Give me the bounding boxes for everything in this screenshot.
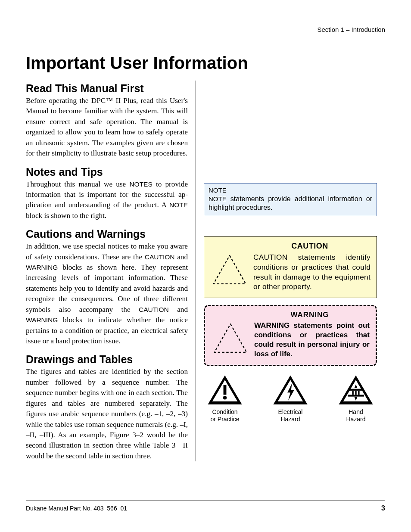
heading-cautions-warnings: Cautions and Warnings xyxy=(26,228,188,240)
footer-part-number: Dukane Manual Part No. 403–566–01 xyxy=(26,505,127,512)
svg-point-5 xyxy=(223,396,227,400)
note-body-sc: NOTE xyxy=(209,195,227,202)
electrical-hazard-icon xyxy=(272,374,309,407)
two-column-layout: Read This Manual First Before operating … xyxy=(26,81,385,461)
page-title: Important User Information xyxy=(26,53,385,73)
caution-callout-box: CAUTION CAUTION statements identify cond… xyxy=(204,236,377,298)
paragraph-cautions-warnings: In addition, we use special notices to m… xyxy=(26,241,188,346)
hazard-symbols-row: Conditionor Practice ElectricalHazard xyxy=(204,374,377,423)
condition-practice-icon xyxy=(206,374,243,407)
page-footer: Dukane Manual Part No. 403–566–01 3 xyxy=(26,501,385,512)
symbol-hand-label: HandHazard xyxy=(346,408,365,423)
svg-rect-13 xyxy=(352,391,353,395)
svg-marker-0 xyxy=(214,255,246,284)
caution-triangle-icon xyxy=(210,252,249,287)
document-page: Section 1 – Introduction Important User … xyxy=(0,0,411,532)
left-column: Read This Manual First Before operating … xyxy=(26,81,196,461)
paragraph-drawings-tables: The figures and tables are identified by… xyxy=(26,367,188,461)
warning-triangle-icon xyxy=(211,321,250,355)
paragraph-read-first: Before operating the DPC™ II Plus, read … xyxy=(26,96,188,159)
caution-title: CAUTION xyxy=(249,242,371,251)
svg-rect-12 xyxy=(348,395,364,397)
symbol-electrical: ElectricalHazard xyxy=(272,374,309,423)
svg-rect-15 xyxy=(358,391,359,395)
symbol-condition: Conditionor Practice xyxy=(206,374,243,423)
page-number: 3 xyxy=(381,504,385,512)
svg-rect-11 xyxy=(348,389,364,391)
symbol-electrical-label: ElectricalHazard xyxy=(278,408,303,423)
svg-rect-14 xyxy=(355,391,356,395)
section-header: Section 1 – Introduction xyxy=(26,26,385,36)
symbol-hand: HandHazard xyxy=(337,374,374,423)
svg-marker-1 xyxy=(215,324,247,352)
warning-body: WARNING statements point out conditions … xyxy=(254,321,370,359)
caution-body: CAUTION statements identify conditions o… xyxy=(253,252,371,292)
heading-drawings-tables: Drawings and Tables xyxy=(26,353,188,366)
svg-rect-4 xyxy=(224,385,227,395)
hand-hazard-icon xyxy=(337,374,374,407)
paragraph-notes-tips: Throughout this manual we use NOTES to p… xyxy=(26,179,188,221)
heading-notes-tips: Notes and Tips xyxy=(26,166,188,178)
warning-callout-box: WARNING WARNING statements point out con… xyxy=(204,305,377,366)
note-callout-box: NOTE NOTE statements provide additional … xyxy=(204,183,377,216)
warning-title: WARNING xyxy=(250,311,370,319)
note-body: statements provide additional informa­ti… xyxy=(209,195,372,212)
symbol-condition-label: Conditionor Practice xyxy=(211,408,240,423)
heading-read-first: Read This Manual First xyxy=(26,82,188,95)
right-column: NOTE NOTE statements provide additional … xyxy=(196,81,377,461)
note-title: NOTE xyxy=(209,186,372,195)
